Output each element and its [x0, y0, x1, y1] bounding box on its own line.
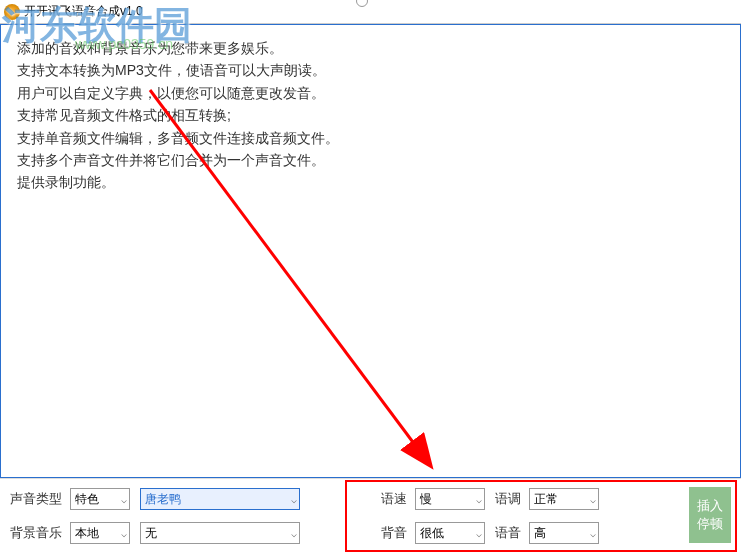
chevron-down-icon: ⌵ — [590, 528, 596, 539]
chevron-down-icon: ⌵ — [291, 494, 297, 505]
chevron-down-icon: ⌵ — [291, 528, 297, 539]
speed-tone-row: 语速 慢 ⌵ 语调 正常 ⌵ — [381, 487, 731, 511]
text-line: 提供录制功能。 — [9, 171, 732, 193]
insert-pause-button[interactable]: 插入 停顿 — [689, 487, 731, 543]
text-line: 支持文本转换为MP3文件，使语音可以大声朗读。 — [9, 59, 732, 81]
text-line: 支持常见音频文件格式的相互转换; — [9, 104, 732, 126]
bg-volume-select[interactable]: 很低 ⌵ — [415, 522, 485, 544]
voice-volume-select[interactable]: 高 ⌵ — [529, 522, 599, 544]
voice-type-select1[interactable]: 特色 ⌵ — [70, 488, 130, 510]
bg-music-label: 背景音乐 — [10, 524, 62, 542]
chevron-down-icon: ⌵ — [476, 528, 482, 539]
panel-right: 语速 慢 ⌵ 语调 正常 ⌵ 背音 很低 ⌵ 语音 高 ⌵ 插入 — [371, 479, 741, 554]
voice-name-select[interactable]: 唐老鸭 ⌵ — [140, 488, 300, 510]
voice-volume-label: 语音 — [495, 524, 521, 542]
text-line: 用户可以自定义字典，以便您可以随意更改发音。 — [9, 82, 732, 104]
panel-left: 声音类型 特色 ⌵ 唐老鸭 ⌵ 背景音乐 本地 ⌵ 无 ⌵ — [0, 479, 371, 554]
text-line: 支持多个声音文件并将它们合并为一个声音文件。 — [9, 149, 732, 171]
voice-type-row: 声音类型 特色 ⌵ 唐老鸭 ⌵ — [10, 487, 361, 511]
text-editor[interactable]: 添加的音效和背景音乐为您带来更多娱乐。 支持文本转换为MP3文件，使语音可以大声… — [1, 25, 740, 477]
voice-type-label: 声音类型 — [10, 490, 62, 508]
text-editor-container: 添加的音效和背景音乐为您带来更多娱乐。 支持文本转换为MP3文件，使语音可以大声… — [0, 24, 741, 478]
bg-music-row: 背景音乐 本地 ⌵ 无 ⌵ — [10, 521, 361, 545]
title-bar: 开开讯飞语音合成v1.0 — [0, 0, 741, 24]
app-icon — [4, 4, 20, 20]
speed-label: 语速 — [381, 490, 407, 508]
chevron-down-icon: ⌵ — [121, 494, 127, 505]
tone-label: 语调 — [495, 490, 521, 508]
speed-select[interactable]: 慢 ⌵ — [415, 488, 485, 510]
text-line: 添加的音效和背景音乐为您带来更多娱乐。 — [9, 31, 732, 59]
text-line: 支持单音频文件编辑，多音频文件连接成音频文件。 — [9, 127, 732, 149]
chevron-down-icon: ⌵ — [590, 494, 596, 505]
tone-select[interactable]: 正常 ⌵ — [529, 488, 599, 510]
bg-volume-label: 背音 — [381, 524, 407, 542]
window-title: 开开讯飞语音合成v1.0 — [24, 3, 143, 20]
bottom-panel: 声音类型 特色 ⌵ 唐老鸭 ⌵ 背景音乐 本地 ⌵ 无 ⌵ 语速 — [0, 478, 741, 554]
bg-voice-row: 背音 很低 ⌵ 语音 高 ⌵ — [381, 521, 731, 545]
bg-music-source-select[interactable]: 本地 ⌵ — [70, 522, 130, 544]
bg-music-track-select[interactable]: 无 ⌵ — [140, 522, 300, 544]
chevron-down-icon: ⌵ — [121, 528, 127, 539]
chevron-down-icon: ⌵ — [476, 494, 482, 505]
